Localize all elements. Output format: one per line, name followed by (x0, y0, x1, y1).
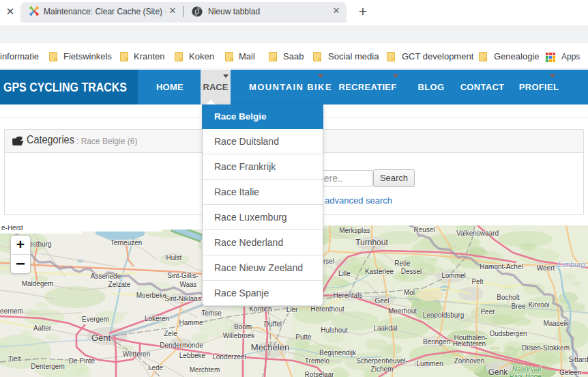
svg-text:Aalter: Aalter (33, 324, 52, 332)
svg-text:Hamme: Hamme (179, 319, 203, 326)
svg-text:Lebbeke: Lebbeke (179, 352, 206, 359)
svg-text:Kinrooi: Kinrooi (528, 301, 549, 309)
svg-text:Pelt: Pelt (471, 278, 483, 285)
svg-text:Begijnendijk: Begijnendijk (319, 349, 357, 357)
svg-text:Zelzate: Zelzate (108, 281, 131, 288)
svg-text:Scherpenheuvel-: Scherpenheuvel- (356, 357, 408, 365)
svg-text:Putte: Putte (295, 333, 312, 341)
svg-text:Lier: Lier (286, 306, 298, 313)
svg-text:Willebroek: Willebroek (223, 332, 256, 339)
svg-text:Evergem: Evergem (82, 316, 109, 323)
svg-text:Helchteren: Helchteren (453, 340, 486, 348)
svg-text:Merksplas: Merksplas (339, 227, 370, 234)
svg-text:Sint-Gillis-: Sint-Gillis- (167, 272, 199, 279)
svg-text:Tielt: Tielt (8, 355, 21, 363)
svg-text:Limburg: Limburg (558, 260, 586, 268)
svg-text:Laakdal: Laakdal (373, 324, 397, 332)
svg-text:Bocholt: Bocholt (497, 294, 520, 301)
svg-text:Nationaal: Nationaal (512, 365, 542, 373)
svg-text:rsel: rsel (323, 257, 334, 265)
svg-text:Weert: Weert (537, 264, 555, 272)
svg-text:Mol: Mol (404, 289, 415, 296)
svg-text:Tremelo: Tremelo (305, 357, 330, 365)
svg-text:Herentals: Herentals (334, 292, 363, 299)
svg-text:Lommel: Lommel (441, 272, 466, 279)
svg-text:Gent: Gent (91, 333, 111, 343)
svg-text:Beringen: Beringen (423, 338, 450, 346)
svg-text:Oudsbergen: Oudsbergen (489, 330, 527, 337)
svg-text:Moerbeke: Moerbeke (136, 292, 167, 299)
svg-text:Genk: Genk (488, 367, 509, 377)
svg-text:Waas: Waas (179, 281, 196, 288)
svg-text:Lokeren: Lokeren (145, 315, 169, 322)
svg-text:Terneuzen: Terneuzen (111, 239, 143, 247)
svg-text:Hulshout: Hulshout (321, 326, 348, 334)
svg-text:Hamont-Achel: Hamont-Achel (480, 263, 523, 270)
svg-text:Maaseik: Maaseik (543, 320, 569, 327)
svg-text:Sittard: Sittard (569, 356, 588, 363)
svg-text:Dessel: Dessel (401, 268, 422, 275)
svg-text:Maldegem: Maldegem (22, 280, 54, 288)
svg-text:Rotselaar: Rotselaar (305, 371, 334, 377)
svg-text:Dilsen-Stokkem: Dilsen-Stokkem (522, 344, 570, 352)
svg-text:Zonhoven: Zonhoven (454, 357, 484, 365)
svg-text:Geel: Geel (374, 297, 389, 305)
svg-text:De Pinte: De Pinte (69, 357, 95, 365)
svg-text:Duffel: Duffel (264, 320, 282, 328)
svg-text:Kasterlee: Kasterlee (365, 268, 394, 275)
svg-text:Assenede: Assenede (91, 273, 121, 280)
svg-text:Bree: Bree (511, 303, 526, 310)
svg-text:Hulst: Hulst (166, 254, 182, 262)
svg-text:Geleen: Geleen (559, 369, 581, 376)
svg-text:Reusel: Reusel (413, 226, 435, 234)
svg-text:Zichem: Zichem (371, 365, 394, 373)
svg-text:Londerzeel: Londerzeel (212, 353, 246, 361)
svg-text:eernem: eernem (0, 307, 23, 315)
svg-text:e-Heist: e-Heist (1, 225, 23, 232)
svg-text:Park Hoge: Park Hoge (509, 373, 542, 377)
svg-text:Lummen: Lummen (417, 360, 443, 367)
svg-text:Dendermonde: Dendermonde (160, 341, 203, 349)
svg-text:Turnhout: Turnhout (355, 238, 388, 247)
svg-text:Wetteren: Wetteren (123, 350, 150, 358)
svg-text:Meerhout: Meerhout (388, 307, 417, 315)
svg-text:Peer: Peer (480, 308, 495, 316)
svg-text:Dentergem: Dentergem (31, 363, 64, 370)
svg-text:Mechelen: Mechelen (251, 342, 289, 352)
svg-text:Lede: Lede (148, 364, 164, 372)
svg-text:Boom: Boom (234, 323, 252, 331)
svg-text:Retie: Retie (394, 260, 411, 267)
svg-text:Zele: Zele (164, 330, 177, 337)
svg-text:Lille: Lille (338, 270, 351, 277)
svg-text:Leopoldsburg: Leopoldsburg (423, 311, 465, 319)
svg-text:Valkenswaard: Valkenswaard (456, 229, 499, 237)
svg-text:Merchtem: Merchtem (190, 366, 220, 374)
svg-text:Sint-Niklaas: Sint-Niklaas (164, 295, 201, 303)
svg-text:Temse: Temse (201, 309, 222, 317)
